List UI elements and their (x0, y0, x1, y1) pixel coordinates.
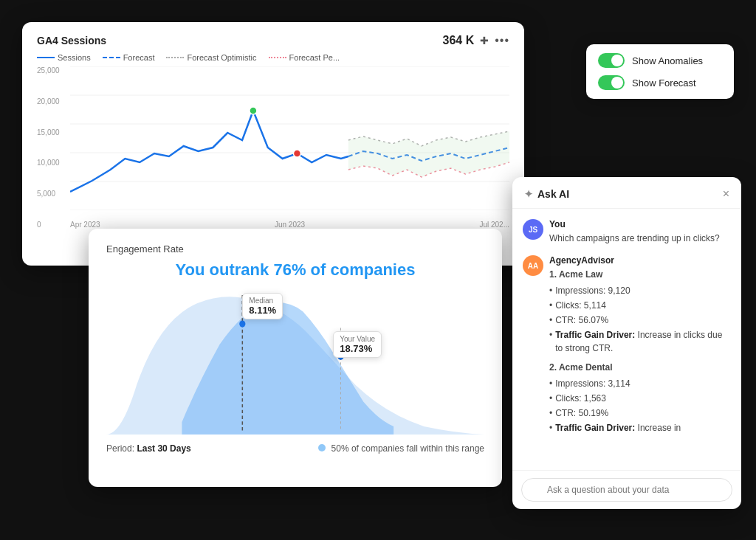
aa-sender: AgencyAdvisor (549, 255, 731, 266)
show-forecast-toggle[interactable] (598, 75, 625, 90)
y-axis-labels: 25,000 20,000 15,000 10,000 5,000 0 (37, 66, 70, 229)
median-label: Median (249, 297, 276, 305)
your-value: 18.73% (340, 343, 375, 354)
sparkle-icon: ✦ (524, 188, 533, 200)
svg-point-6 (250, 107, 257, 114)
chat-body: JS You Which campaigns are trending up i… (512, 209, 741, 470)
ga4-header: GA4 Sessions 364 K ✚ ••• (37, 34, 509, 47)
ga4-chart-area: 25,000 20,000 15,000 10,000 5,000 0 (37, 66, 509, 229)
aa-avatar: AA (523, 255, 543, 276)
aa-msg-content: AgencyAdvisor 1. Acme Law • Impressions:… (549, 255, 731, 436)
show-anomalies-label: Show Anomalies (632, 55, 703, 66)
svg-point-7 (293, 150, 300, 157)
ga4-value: 364 K (442, 34, 474, 47)
ask-ai-input[interactable] (521, 478, 732, 502)
campaign2-title: 2. Acme Dental (549, 361, 731, 374)
legend-forecast-pe: Forecast Pe... (269, 53, 340, 62)
c1-bullet-2: • Clicks: 5,114 (549, 299, 731, 312)
engagement-footer: Period: Last 30 Days 50% of companies fa… (106, 443, 484, 454)
c2-bullet-2: • Clicks: 1,563 (549, 392, 731, 405)
ga4-title: GA4 Sessions (37, 35, 106, 46)
c1-bullet-1: • Impressions: 9,120 (549, 284, 731, 297)
user-msg-text: Which campaigns are trending up in click… (549, 232, 731, 245)
headline-percent: 76% (273, 260, 306, 279)
legend-range: 50% of companies fall within this range (318, 443, 484, 454)
legend-forecast: Forecast (103, 53, 155, 62)
aa-msg-text: 1. Acme Law • Impressions: 9,120 • Click… (549, 268, 731, 435)
aa-message: AA AgencyAdvisor 1. Acme Law • Impressio… (523, 255, 731, 436)
period-value: Last 30 Days (137, 443, 190, 454)
headline-suffix: of companies (311, 260, 416, 279)
ask-ai-title: ✦ Ask AI (524, 188, 569, 200)
user-msg-content: You Which campaigns are trending up in c… (549, 219, 731, 245)
c1-bullet-4: • Traffic Gain Driver: Increase in click… (549, 328, 731, 355)
engagement-title: Engagement Rate (106, 243, 484, 255)
ga4-right: 364 K ✚ ••• (442, 34, 509, 47)
input-wrapper: ✦ (521, 478, 732, 502)
show-anomalies-toggle[interactable] (598, 53, 625, 68)
toggle-popup: Show Anomalies Show Forecast (586, 44, 734, 99)
show-forecast-label: Show Forecast (632, 77, 696, 89)
headline-text: You outrank (176, 260, 269, 279)
engagement-distribution-chart: Median 8.11% Your Value 18.73% (106, 287, 484, 435)
toggle-anomalies-row: Show Anomalies (598, 53, 722, 68)
svg-marker-8 (348, 131, 509, 177)
legend-sessions: Sessions (37, 53, 91, 62)
c2-traffic-label: Traffic Gain Driver: (555, 423, 635, 433)
period-label: Period: Last 30 Days (106, 443, 191, 454)
user-avatar: JS (523, 219, 543, 240)
c1-bullet-3: • CTR: 56.07% (549, 314, 731, 327)
ga4-chart-svg (70, 66, 509, 210)
engagement-card: Engagement Rate You outrank 76% of compa… (89, 229, 502, 487)
c2-bullet-1: • Impressions: 3,114 (549, 377, 731, 390)
user-sender: You (549, 219, 731, 229)
user-message: JS You Which campaigns are trending up i… (523, 219, 731, 245)
median-tooltip: Median 8.11% (242, 293, 283, 319)
median-value: 8.11% (249, 305, 276, 316)
c1-traffic-label: Traffic Gain Driver: (555, 330, 635, 340)
c2-bullet-3: • CTR: 50.19% (549, 406, 731, 420)
engagement-headline: You outrank 76% of companies (106, 260, 484, 280)
campaign1-title: 1. Acme Law (549, 268, 731, 281)
c2-bullet-4: • Traffic Gain Driver: Increase in (549, 421, 731, 435)
ask-ai-header: ✦ Ask AI × (512, 177, 741, 209)
pin-icon[interactable]: ✚ (480, 35, 489, 46)
legend-forecast-optimistic: Forecast Optimistic (166, 53, 256, 62)
legend-circle-icon (318, 444, 326, 451)
your-value-tooltip: Your Value 18.73% (333, 331, 382, 358)
ask-ai-input-area: ✦ (512, 470, 741, 509)
your-value-label: Your Value (340, 335, 375, 343)
chart-legend: Sessions Forecast Forecast Optimistic Fo… (37, 53, 509, 62)
close-button[interactable]: × (723, 187, 729, 201)
toggle-forecast-row: Show Forecast (598, 75, 722, 90)
ask-ai-panel: ✦ Ask AI × JS You Which campaigns are tr… (512, 177, 741, 509)
x-axis-labels: Apr 2023 Jun 2023 Jul 202... (70, 221, 509, 229)
more-options-icon[interactable]: ••• (495, 34, 509, 47)
svg-point-10 (239, 321, 245, 328)
